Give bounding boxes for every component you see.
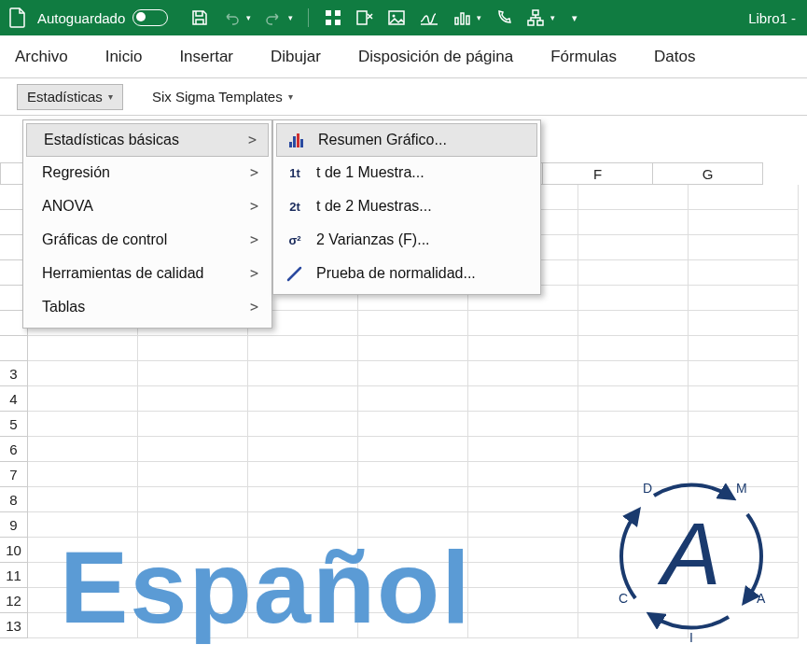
tab-archivo[interactable]: Archivo <box>15 48 68 66</box>
row-header-11[interactable]: 11 <box>0 563 28 588</box>
qat-customize-icon[interactable]: ▾ <box>572 12 577 24</box>
cell[interactable] <box>468 336 578 361</box>
col-header-g[interactable]: G <box>653 162 763 185</box>
menu-prueba-normalidad[interactable]: Prueba de normalidad... <box>275 257 538 290</box>
save-icon[interactable] <box>190 8 209 27</box>
cell[interactable] <box>689 386 799 412</box>
cell[interactable] <box>248 361 358 386</box>
cell[interactable] <box>578 235 689 260</box>
cell[interactable] <box>28 386 138 412</box>
cell[interactable] <box>689 361 799 386</box>
menu-anova[interactable]: ANOVA > <box>25 189 270 223</box>
cell[interactable] <box>578 185 689 210</box>
row-header-10[interactable]: 10 <box>0 538 28 563</box>
cell[interactable] <box>689 437 799 462</box>
cell[interactable] <box>358 487 468 512</box>
row-header-4[interactable]: 4 <box>0 386 28 412</box>
cell[interactable] <box>689 260 799 286</box>
cell[interactable] <box>138 386 248 412</box>
menu-t-1-muestra[interactable]: 1t t de 1 Muestra... <box>275 156 538 189</box>
row-header[interactable] <box>0 336 28 361</box>
menu-t-2-muestras[interactable]: 2t t de 2 Muestras... <box>275 189 538 223</box>
row-header-8[interactable]: 8 <box>0 487 28 512</box>
cell[interactable] <box>28 437 138 462</box>
cell[interactable] <box>468 462 578 487</box>
tab-insertar[interactable]: Insertar <box>179 48 233 66</box>
cell[interactable] <box>248 487 358 512</box>
cell[interactable] <box>358 437 468 462</box>
cell[interactable] <box>358 361 468 386</box>
signature-icon[interactable] <box>419 8 439 27</box>
redo-dropdown-icon[interactable]: ▾ <box>288 13 293 22</box>
cell[interactable] <box>28 361 138 386</box>
grid-apps-icon[interactable] <box>324 8 342 27</box>
picture-icon[interactable] <box>387 8 406 27</box>
row-header-12[interactable]: 12 <box>0 588 28 613</box>
cell[interactable] <box>358 336 468 361</box>
cell[interactable] <box>138 412 248 437</box>
cell[interactable] <box>578 311 689 336</box>
tab-datos[interactable]: Datos <box>654 48 695 66</box>
tab-formulas[interactable]: Fórmulas <box>550 48 617 66</box>
cell[interactable] <box>468 538 578 563</box>
cell[interactable] <box>468 512 578 538</box>
cell[interactable] <box>578 210 689 235</box>
autosave-toggle-off-icon[interactable] <box>132 9 168 26</box>
cell[interactable] <box>578 437 689 462</box>
cell[interactable] <box>358 462 468 487</box>
phone-icon[interactable] <box>494 8 513 27</box>
estadisticas-dropdown[interactable]: Estadísticas ▾ <box>17 84 123 110</box>
cell[interactable] <box>248 462 358 487</box>
six-sigma-templates-dropdown[interactable]: Six Sigma Templates ▾ <box>142 84 303 110</box>
cell[interactable] <box>468 311 578 336</box>
cell[interactable] <box>468 412 578 437</box>
network-dropdown-icon[interactable]: ▾ <box>550 13 555 22</box>
cell[interactable] <box>358 412 468 437</box>
cell[interactable] <box>138 437 248 462</box>
menu-2-varianzas[interactable]: σ² 2 Varianzas (F)... <box>275 223 538 257</box>
menu-resumen-grafico[interactable]: Resumen Gráfico... <box>276 123 537 157</box>
menu-estadisticas-basicas[interactable]: Estadísticas básicas > <box>26 123 269 157</box>
cell[interactable] <box>248 336 358 361</box>
cell[interactable] <box>28 412 138 437</box>
cell[interactable] <box>468 361 578 386</box>
cell[interactable] <box>578 260 689 286</box>
row-header-13[interactable]: 13 <box>0 613 28 638</box>
cell[interactable] <box>689 210 799 235</box>
cell[interactable] <box>358 386 468 412</box>
menu-graficas-control[interactable]: Gráficas de control > <box>25 223 270 257</box>
remove-column-icon[interactable] <box>355 8 374 27</box>
undo-dropdown-icon[interactable]: ▾ <box>246 13 251 22</box>
tab-inicio[interactable]: Inicio <box>105 48 143 66</box>
cell[interactable] <box>468 563 578 588</box>
cell[interactable] <box>578 361 689 386</box>
cell[interactable] <box>689 235 799 260</box>
chart-bars-icon[interactable] <box>452 8 471 27</box>
cell[interactable] <box>248 386 358 412</box>
cell[interactable] <box>468 588 578 613</box>
cell[interactable] <box>578 386 689 412</box>
row-header-5[interactable]: 5 <box>0 412 28 437</box>
cell[interactable] <box>358 311 468 336</box>
undo-icon[interactable] <box>222 8 241 27</box>
cell[interactable] <box>689 311 799 336</box>
cell[interactable] <box>138 487 248 512</box>
cell[interactable] <box>689 412 799 437</box>
cell[interactable] <box>689 336 799 361</box>
cell[interactable] <box>578 286 689 311</box>
cell[interactable] <box>28 487 138 512</box>
autosave-control[interactable]: Autoguardado <box>37 9 168 26</box>
cell[interactable] <box>138 361 248 386</box>
cell[interactable] <box>689 286 799 311</box>
cell[interactable] <box>468 386 578 412</box>
cell[interactable] <box>689 185 799 210</box>
cell[interactable] <box>468 437 578 462</box>
cell[interactable] <box>138 462 248 487</box>
row-header-9[interactable]: 9 <box>0 512 28 538</box>
row-header-6[interactable]: 6 <box>0 437 28 462</box>
cell[interactable] <box>468 613 578 638</box>
cell[interactable] <box>28 336 138 361</box>
col-header-f[interactable]: F <box>543 162 653 185</box>
menu-herramientas-calidad[interactable]: Herramientas de calidad > <box>25 257 270 290</box>
network-icon[interactable] <box>526 8 545 27</box>
